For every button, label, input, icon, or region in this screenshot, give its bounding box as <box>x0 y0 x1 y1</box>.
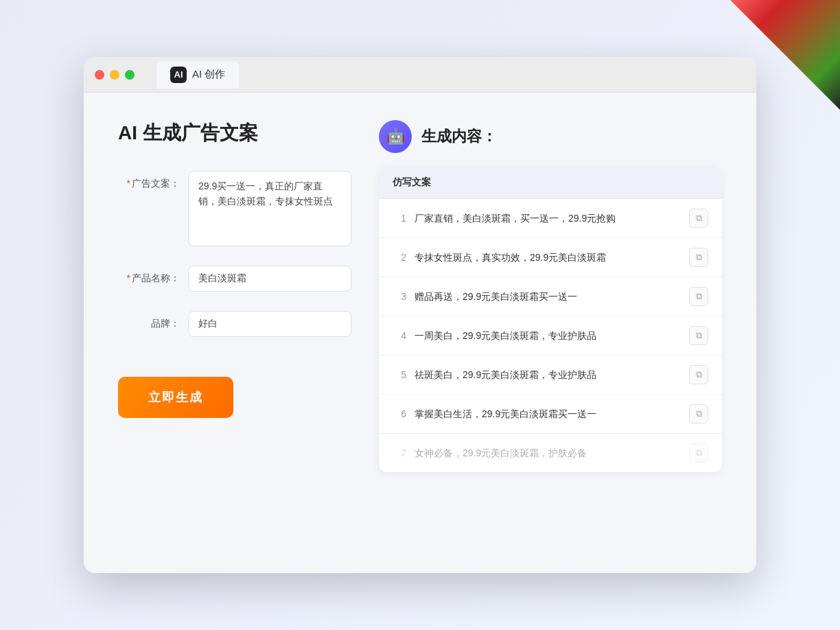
copy-button[interactable]: ⧉ <box>689 404 708 423</box>
main-content: AI 生成广告文案 *广告文案： 29.9买一送一，真正的厂家直销，美白淡斑霜，… <box>84 93 756 573</box>
copy-button[interactable]: ⧉ <box>689 287 708 306</box>
table-row: 5 祛斑美白，29.9元美白淡斑霜，专业护肤品 ⧉ <box>379 355 722 395</box>
table-row: 4 一周美白，29.9元美白淡斑霜，专业护肤品 ⧉ <box>379 316 722 355</box>
brand-row: 品牌： <box>118 311 351 337</box>
row-text: 赠品再送，29.9元美白淡斑霜买一送一 <box>415 290 681 304</box>
row-num: 6 <box>393 408 406 419</box>
product-name-row: *产品名称： <box>118 266 351 292</box>
generate-button[interactable]: 立即生成 <box>118 377 233 418</box>
required-star-2: * <box>127 272 130 283</box>
right-title: 生成内容： <box>421 126 497 147</box>
left-panel: AI 生成广告文案 *广告文案： 29.9买一送一，真正的厂家直销，美白淡斑霜，… <box>118 120 351 539</box>
copy-button[interactable]: ⧉ <box>689 209 708 228</box>
right-header: 生成内容： <box>379 120 722 153</box>
copy-button[interactable]: ⧉ <box>689 443 708 463</box>
brand-input[interactable] <box>188 311 351 337</box>
table-row: 2 专抹女性斑点，真实功效，29.9元美白淡斑霜 ⧉ <box>379 238 722 277</box>
minimize-button[interactable] <box>110 70 119 80</box>
title-bar: AI AI 创作 <box>84 57 756 93</box>
table-row: 1 厂家直销，美白淡斑霜，买一送一，29.9元抢购 ⧉ <box>379 199 722 238</box>
window-controls <box>95 70 135 80</box>
brand-label: 品牌： <box>118 311 180 330</box>
copy-button[interactable]: ⧉ <box>689 365 708 384</box>
row-num: 4 <box>393 330 406 341</box>
row-text: 女神必备，29.9元美白淡斑霜，护肤必备 <box>415 446 681 460</box>
product-name-label: *产品名称： <box>118 266 180 285</box>
active-tab[interactable]: AI AI 创作 <box>156 61 239 89</box>
table-row: 7 女神必备，29.9元美白淡斑霜，护肤必备 ⧉ <box>379 434 722 472</box>
row-text: 专抹女性斑点，真实功效，29.9元美白淡斑霜 <box>415 250 681 265</box>
row-num: 2 <box>393 252 406 263</box>
table-header: 仿写文案 <box>379 167 722 199</box>
row-text: 一周美白，29.9元美白淡斑霜，专业护肤品 <box>415 329 681 343</box>
required-star: * <box>127 178 130 189</box>
right-panel: 生成内容： 仿写文案 1 厂家直销，美白淡斑霜，买一送一，29.9元抢购 ⧉ 2… <box>379 120 722 539</box>
table-row: 3 赠品再送，29.9元美白淡斑霜买一送一 ⧉ <box>379 277 722 316</box>
page-title: AI 生成广告文案 <box>118 120 351 146</box>
row-text: 祛斑美白，29.9元美白淡斑霜，专业护肤品 <box>415 368 681 382</box>
row-text: 掌握美白生活，29.9元美白淡斑霜买一送一 <box>415 407 681 421</box>
maximize-button[interactable] <box>125 70 135 80</box>
ad-copy-row: *广告文案： 29.9买一送一，真正的厂家直销，美白淡斑霜，专抹女性斑点 <box>118 171 351 246</box>
tab-icon: AI <box>170 67 187 83</box>
browser-window: AI AI 创作 AI 生成广告文案 *广告文案： 29.9买一送一，真正的厂家… <box>84 57 756 573</box>
row-num: 1 <box>393 213 406 224</box>
bot-icon <box>379 120 412 153</box>
table-row: 6 掌握美白生活，29.9元美白淡斑霜买一送一 ⧉ <box>379 395 722 434</box>
row-num: 7 <box>393 447 406 458</box>
ad-copy-input[interactable]: 29.9买一送一，真正的厂家直销，美白淡斑霜，专抹女性斑点 <box>188 171 351 246</box>
row-num: 5 <box>393 369 406 380</box>
product-name-input[interactable] <box>188 266 351 292</box>
ad-copy-label: *广告文案： <box>118 171 180 190</box>
row-text: 厂家直销，美白淡斑霜，买一送一，29.9元抢购 <box>415 211 681 226</box>
copy-button[interactable]: ⧉ <box>689 326 708 345</box>
row-num: 3 <box>393 291 406 302</box>
close-button[interactable] <box>95 70 104 80</box>
copy-button[interactable]: ⧉ <box>689 248 708 267</box>
results-table: 仿写文案 1 厂家直销，美白淡斑霜，买一送一，29.9元抢购 ⧉ 2 专抹女性斑… <box>379 167 722 472</box>
tab-label: AI 创作 <box>192 68 225 81</box>
